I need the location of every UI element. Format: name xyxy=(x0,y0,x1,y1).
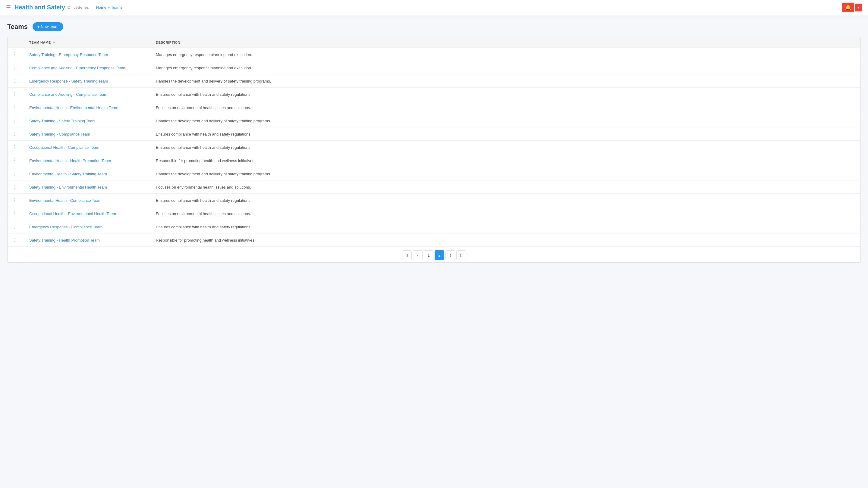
row-menu-button[interactable]: ⋮ xyxy=(11,171,19,176)
team-name-link[interactable]: Emergency Response - Compliance Team xyxy=(29,225,102,229)
team-name-link[interactable]: Environmental Health - Safety Training T… xyxy=(29,172,107,176)
new-team-button[interactable]: + New team xyxy=(33,22,63,31)
table-row: ⋮Compliance and Auditing - Compliance Te… xyxy=(7,88,861,101)
row-menu-cell: ⋮ xyxy=(7,114,26,127)
table-body: ⋮Safety Training - Emergency Response Te… xyxy=(7,48,861,247)
row-menu-cell: ⋮ xyxy=(7,61,26,74)
pagination-last-button[interactable]: ⟩⟩ xyxy=(456,250,466,260)
row-menu-button[interactable]: ⋮ xyxy=(11,118,19,124)
team-name-cell: Occupational Health - Environmental Heal… xyxy=(26,207,152,220)
team-name-link[interactable]: Safety Training - Environmental Health T… xyxy=(29,185,107,190)
team-name-link[interactable]: Compliance and Auditing - Emergency Resp… xyxy=(29,66,125,70)
team-description-cell: Ensures compliance with health and safet… xyxy=(152,141,861,154)
page-header: Teams + New team xyxy=(7,22,861,31)
row-menu-cell: ⋮ xyxy=(7,194,26,207)
team-description-cell: Responsible for promoting health and wel… xyxy=(152,154,861,167)
row-menu-cell: ⋮ xyxy=(7,220,26,233)
pagination-page-1[interactable]: 1 xyxy=(424,250,433,260)
team-description-cell: Ensures compliance with health and safet… xyxy=(152,88,861,101)
team-description-cell: Responsible for promoting health and wel… xyxy=(152,233,861,247)
team-name-link[interactable]: Safety Training - Emergency Response Tea… xyxy=(29,53,108,57)
row-menu-button[interactable]: ⋮ xyxy=(11,78,19,84)
team-description-cell: Focuses on environmental health issues a… xyxy=(152,101,861,114)
bell-icon: 🔔 xyxy=(845,4,851,10)
table-row: ⋮Occupational Health - Compliance TeamEn… xyxy=(7,141,861,154)
breadcrumb-current: Teams xyxy=(111,5,122,10)
table-row: ⋮Environmental Health - Compliance TeamE… xyxy=(7,194,861,207)
team-description-text: Responsible for promoting health and wel… xyxy=(156,238,255,242)
team-name-link[interactable]: Environmental Health - Environmental Hea… xyxy=(29,105,118,110)
table-row: ⋮Environmental Health - Environmental He… xyxy=(7,101,861,114)
team-description-text: Ensures compliance with health and safet… xyxy=(156,225,251,229)
filter-icon[interactable]: ▿ xyxy=(53,40,55,44)
team-description-text: Handles the development and delivery of … xyxy=(156,172,271,176)
team-name-cell: Environmental Health - Health Promotion … xyxy=(26,154,152,167)
team-description-cell: Handles the development and delivery of … xyxy=(152,167,861,181)
row-menu-button[interactable]: ⋮ xyxy=(11,184,19,190)
team-description-text: Focuses on environmental health issues a… xyxy=(156,212,251,216)
row-menu-button[interactable]: ⋮ xyxy=(11,210,19,216)
row-menu-cell: ⋮ xyxy=(7,74,26,88)
row-menu-button[interactable]: ⋮ xyxy=(11,237,19,243)
row-menu-button[interactable]: ⋮ xyxy=(11,224,19,230)
menu-icon[interactable]: ☰ xyxy=(6,4,11,11)
team-description-text: Manages emergency response planning and … xyxy=(156,66,252,70)
team-name-link[interactable]: Compliance and Auditing - Compliance Tea… xyxy=(29,92,107,97)
pagination-page-2[interactable]: 2 xyxy=(435,250,444,260)
team-name-cell: Environmental Health - Safety Training T… xyxy=(26,167,152,181)
row-menu-cell: ⋮ xyxy=(7,101,26,114)
breadcrumb-home[interactable]: Home xyxy=(96,5,106,10)
header: ☰ Health and Safety OfficeSeries Home » … xyxy=(0,0,868,15)
row-menu-cell: ⋮ xyxy=(7,181,26,194)
header-actions: 🔔 ▾ xyxy=(842,3,862,12)
team-description-cell: Manages emergency response planning and … xyxy=(152,48,861,61)
team-description-text: Responsible for promoting health and wel… xyxy=(156,158,255,163)
team-name-cell: Safety Training - Health Promotion Team xyxy=(26,233,152,247)
pagination-next-button[interactable]: ⟩ xyxy=(445,250,455,260)
team-name-link[interactable]: Emergency Response - Safety Training Tea… xyxy=(29,79,108,84)
row-menu-button[interactable]: ⋮ xyxy=(11,158,19,163)
team-name-link[interactable]: Environmental Health - Compliance Team xyxy=(29,198,101,203)
row-menu-button[interactable]: ⋮ xyxy=(11,52,19,57)
team-name-link[interactable]: Safety Training - Compliance Team xyxy=(29,132,90,136)
row-menu-button[interactable]: ⋮ xyxy=(11,104,19,110)
team-description-cell: Focuses on environmental health issues a… xyxy=(152,207,861,220)
team-description-cell: Ensures compliance with health and safet… xyxy=(152,220,861,233)
table-row: ⋮Safety Training - Emergency Response Te… xyxy=(7,48,861,61)
team-name-link[interactable]: Occupational Health - Environmental Heal… xyxy=(29,212,116,216)
team-name-cell: Safety Training - Environmental Health T… xyxy=(26,181,152,194)
table-header-menu xyxy=(7,37,26,48)
team-description-cell: Ensures compliance with health and safet… xyxy=(152,194,861,207)
chevron-down-icon: ▾ xyxy=(858,5,860,10)
row-menu-button[interactable]: ⋮ xyxy=(11,197,19,203)
row-menu-button[interactable]: ⋮ xyxy=(11,91,19,97)
teams-table-container: Team Name ▿ Description ⋮Safety Training… xyxy=(7,37,861,263)
team-name-link[interactable]: Safety Training - Health Promotion Team xyxy=(29,238,100,242)
notification-button[interactable]: 🔔 xyxy=(842,3,854,12)
team-description-text: Handles the development and delivery of … xyxy=(156,79,271,84)
breadcrumb-separator: » xyxy=(107,5,110,10)
team-name-link[interactable]: Safety Training - Safety Training Team xyxy=(29,119,96,123)
table-row: ⋮Safety Training - Safety Training TeamH… xyxy=(7,114,861,127)
breadcrumb: Home » Teams xyxy=(96,5,122,10)
pagination-first-button[interactable]: ⟨⟨ xyxy=(402,250,412,260)
team-name-cell: Environmental Health - Environmental Hea… xyxy=(26,101,152,114)
pagination-prev-button[interactable]: ⟨ xyxy=(413,250,423,260)
team-description-text: Focuses on environmental health issues a… xyxy=(156,105,251,110)
row-menu-cell: ⋮ xyxy=(7,233,26,247)
row-menu-button[interactable]: ⋮ xyxy=(11,144,19,150)
team-name-cell: Emergency Response - Safety Training Tea… xyxy=(26,74,152,88)
team-name-link[interactable]: Environmental Health - Health Promotion … xyxy=(29,158,111,163)
row-menu-button[interactable]: ⋮ xyxy=(11,131,19,137)
team-name-cell: Environmental Health - Compliance Team xyxy=(26,194,152,207)
notification-dropdown-button[interactable]: ▾ xyxy=(855,4,862,11)
app-subtitle: OfficeSeries xyxy=(67,5,89,10)
table-row: ⋮Emergency Response - Safety Training Te… xyxy=(7,74,861,88)
team-description-cell: Handles the development and delivery of … xyxy=(152,114,861,127)
team-description-text: Manages emergency response planning and … xyxy=(156,53,252,57)
team-name-link[interactable]: Occupational Health - Compliance Team xyxy=(29,145,99,150)
team-name-cell: Occupational Health - Compliance Team xyxy=(26,141,152,154)
team-description-cell: Manages emergency response planning and … xyxy=(152,61,861,74)
row-menu-button[interactable]: ⋮ xyxy=(11,65,19,70)
team-description-cell: Handles the development and delivery of … xyxy=(152,74,861,88)
